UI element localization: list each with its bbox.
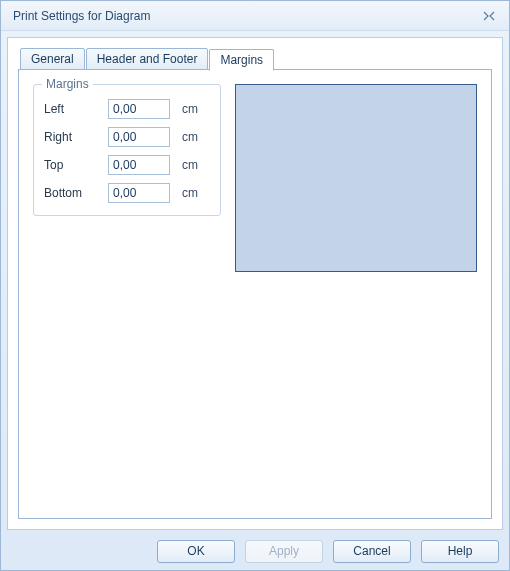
margin-bottom-input[interactable] (108, 183, 170, 203)
margin-left-label: Left (44, 102, 102, 116)
margin-left-row: Left cm (44, 99, 210, 119)
margin-top-input[interactable] (108, 155, 170, 175)
apply-button[interactable]: Apply (245, 540, 323, 563)
tab-margins[interactable]: Margins (209, 49, 274, 71)
cancel-button[interactable]: Cancel (333, 540, 411, 563)
margin-right-label: Right (44, 130, 102, 144)
tab-general[interactable]: General (20, 48, 85, 70)
margin-bottom-label: Bottom (44, 186, 102, 200)
ok-button[interactable]: OK (157, 540, 235, 563)
tab-strip: General Header and Footer Margins (20, 46, 492, 70)
help-button[interactable]: Help (421, 540, 499, 563)
margin-right-input[interactable] (108, 127, 170, 147)
margins-groupbox: Margins Left cm Right cm Top cm (33, 84, 221, 216)
margin-right-unit: cm (182, 130, 198, 144)
margin-left-input[interactable] (108, 99, 170, 119)
tab-page-margins: Margins Left cm Right cm Top cm (18, 69, 492, 519)
window-title: Print Settings for Diagram (13, 9, 477, 23)
page-preview (235, 84, 477, 272)
margin-bottom-unit: cm (182, 186, 198, 200)
groupbox-title: Margins (42, 77, 93, 91)
margin-bottom-row: Bottom cm (44, 183, 210, 203)
dialog-window: Print Settings for Diagram General Heade… (0, 0, 510, 571)
client-area: General Header and Footer Margins Margin… (7, 37, 503, 530)
titlebar: Print Settings for Diagram (1, 1, 509, 31)
margin-right-row: Right cm (44, 127, 210, 147)
dialog-button-row: OK Apply Cancel Help (1, 536, 509, 570)
tab-header-footer[interactable]: Header and Footer (86, 48, 209, 70)
close-icon[interactable] (477, 7, 501, 25)
margin-top-label: Top (44, 158, 102, 172)
margin-top-row: Top cm (44, 155, 210, 175)
margin-top-unit: cm (182, 158, 198, 172)
margin-left-unit: cm (182, 102, 198, 116)
